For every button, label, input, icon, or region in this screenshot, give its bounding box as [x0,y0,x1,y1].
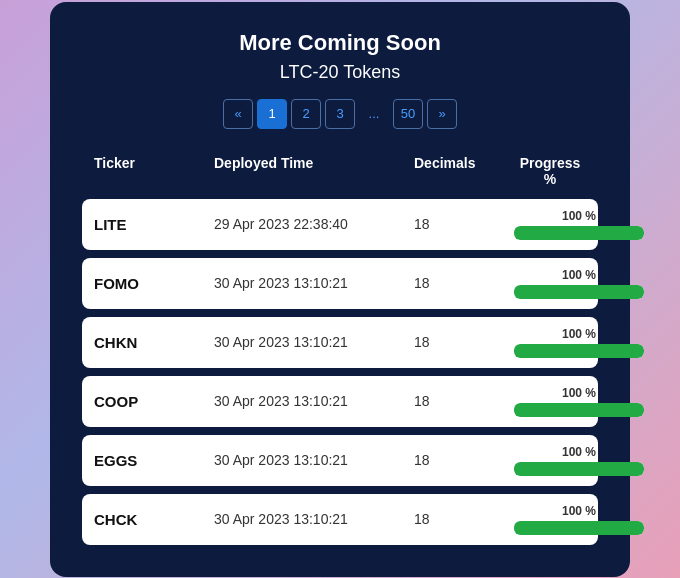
token-deployed-time: 30 Apr 2023 13:10:21 [214,275,414,291]
table-header: Ticker Deployed Time Decimals Progress % [82,149,598,193]
progress-label: 100 % [562,445,596,459]
token-ticker: FOMO [94,275,214,292]
progress-col: 100 % [514,504,644,535]
progress-label: 100 % [562,268,596,282]
progress-bar-bg [514,226,644,240]
token-ticker: LITE [94,216,214,233]
token-ticker: COOP [94,393,214,410]
progress-bar-bg [514,344,644,358]
progress-bar-bg [514,403,644,417]
token-ticker: EGGS [94,452,214,469]
progress-bar-fill [514,403,644,417]
prev-page-button[interactable]: « [223,99,253,129]
main-card: More Coming Soon LTC-20 Tokens « 1 2 3 .… [50,2,630,577]
progress-col: 100 % [514,445,644,476]
col-progress: Progress % [514,155,586,187]
progress-bar-fill [514,521,644,535]
token-decimals: 18 [414,511,514,527]
token-ticker: CHKN [94,334,214,351]
table-row[interactable]: COOP 30 Apr 2023 13:10:21 18 100 % [82,376,598,427]
progress-col: 100 % [514,327,644,358]
progress-label: 100 % [562,209,596,223]
sub-title: LTC-20 Tokens [82,62,598,83]
page-dots: ... [359,99,389,129]
table-row[interactable]: LITE 29 Apr 2023 22:38:40 18 100 % [82,199,598,250]
token-ticker: CHCK [94,511,214,528]
token-deployed-time: 29 Apr 2023 22:38:40 [214,216,414,232]
progress-bar-bg [514,521,644,535]
progress-bar-fill [514,226,644,240]
token-decimals: 18 [414,275,514,291]
page-2-button[interactable]: 2 [291,99,321,129]
table-row[interactable]: CHCK 30 Apr 2023 13:10:21 18 100 % [82,494,598,545]
col-ticker: Ticker [94,155,214,187]
progress-label: 100 % [562,504,596,518]
page-3-button[interactable]: 3 [325,99,355,129]
progress-label: 100 % [562,327,596,341]
progress-bar-bg [514,462,644,476]
progress-col: 100 % [514,209,644,240]
token-deployed-time: 30 Apr 2023 13:10:21 [214,511,414,527]
progress-bar-fill [514,462,644,476]
page-50-button[interactable]: 50 [393,99,423,129]
col-decimals: Decimals [414,155,514,187]
pagination: « 1 2 3 ... 50 » [82,99,598,129]
progress-bar-fill [514,285,644,299]
table-row[interactable]: FOMO 30 Apr 2023 13:10:21 18 100 % [82,258,598,309]
token-deployed-time: 30 Apr 2023 13:10:21 [214,452,414,468]
token-decimals: 18 [414,393,514,409]
table-row[interactable]: CHKN 30 Apr 2023 13:10:21 18 100 % [82,317,598,368]
progress-col: 100 % [514,386,644,417]
token-decimals: 18 [414,452,514,468]
main-title: More Coming Soon [82,30,598,56]
table-row[interactable]: EGGS 30 Apr 2023 13:10:21 18 100 % [82,435,598,486]
token-decimals: 18 [414,334,514,350]
progress-label: 100 % [562,386,596,400]
page-1-button[interactable]: 1 [257,99,287,129]
col-deployed-time: Deployed Time [214,155,414,187]
progress-bar-fill [514,344,644,358]
token-deployed-time: 30 Apr 2023 13:10:21 [214,334,414,350]
token-deployed-time: 30 Apr 2023 13:10:21 [214,393,414,409]
token-decimals: 18 [414,216,514,232]
next-page-button[interactable]: » [427,99,457,129]
progress-col: 100 % [514,268,644,299]
progress-bar-bg [514,285,644,299]
table-body: LITE 29 Apr 2023 22:38:40 18 100 % FOMO … [82,199,598,545]
